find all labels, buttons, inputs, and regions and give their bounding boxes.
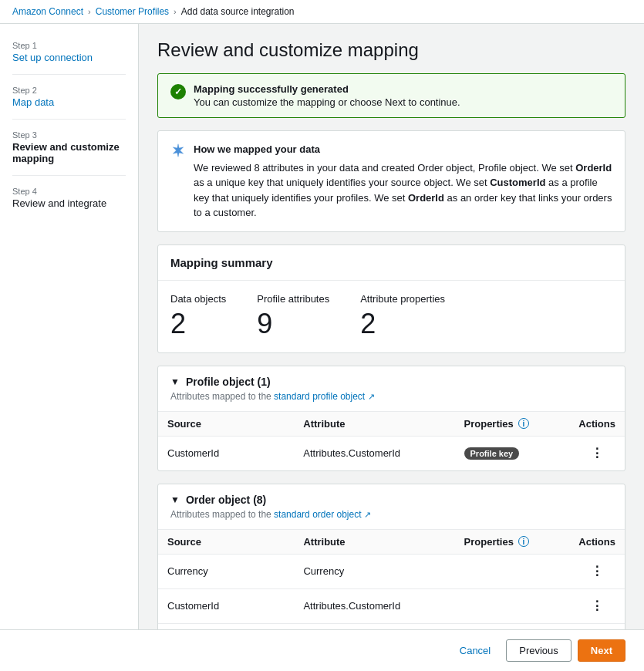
sidebar-divider-2: [12, 119, 126, 120]
summary-data-objects: Data objects 2: [170, 293, 226, 340]
sidebar-step-2-label: Step 2: [12, 86, 126, 95]
table-row: CustomerIdAttributes.CustomerId⋮: [158, 588, 625, 623]
profile-row-source: CustomerId: [158, 436, 294, 470]
order-th-actions: Actions: [569, 530, 625, 555]
profile-object-header: ▼ Profile object (1) Attributes mapped t…: [158, 366, 625, 412]
order-row-source-0: Currency: [158, 554, 294, 588]
profile-th-properties: Properties i: [455, 412, 570, 437]
external-link-icon-2: ↗: [364, 510, 371, 519]
main-content: Review and customize mapping Mapping suc…: [139, 24, 644, 671]
table-row: CustomerId Attributes.CustomerId Profile…: [158, 436, 625, 470]
alert-title: Mapping successfully generated: [194, 83, 460, 95]
alert-content: Mapping successfully generated You can c…: [194, 83, 460, 108]
mapping-summary-header: Mapping summary: [158, 245, 625, 281]
summary-profile-attributes: Profile attributes 9: [257, 293, 329, 340]
success-alert: Mapping successfully generated You can c…: [157, 73, 625, 118]
order-object-header: ▼ Order object (8) Attributes mapped to …: [158, 484, 625, 530]
sidebar: Step 1 Set up connection Step 2 Map data…: [0, 24, 139, 671]
sidebar-step-1: Step 1 Set up connection: [0, 36, 138, 68]
breadcrumb-sep2: ›: [174, 7, 177, 16]
order-object-subtitle: Attributes mapped to the standard order …: [170, 509, 612, 520]
profile-row-actions[interactable]: ⋮: [569, 436, 625, 470]
sidebar-divider-1: [12, 74, 126, 75]
order-row-attribute-0: Currency: [294, 554, 454, 588]
cancel-button[interactable]: Cancel: [450, 640, 500, 661]
breadcrumb-current: Add data source integration: [181, 6, 295, 17]
summary-profile-attributes-label: Profile attributes: [257, 293, 329, 305]
profile-chevron-icon: ▼: [170, 376, 180, 387]
breadcrumb-sep1: ›: [88, 7, 91, 16]
order-row-properties-0: [455, 554, 570, 588]
order-th-source: Source: [158, 530, 294, 555]
page-title: Review and customize mapping: [157, 39, 625, 61]
breadcrumb: Amazon Connect › Customer Profiles › Add…: [0, 0, 644, 24]
profile-properties-info-icon[interactable]: i: [518, 418, 529, 429]
profile-object-title-text: Profile object: [186, 376, 255, 388]
order-actions-menu-1[interactable]: ⋮: [588, 597, 606, 615]
info-box-title: How we mapped your data: [194, 142, 612, 157]
profile-th-attribute: Attribute: [294, 412, 454, 437]
order-th-properties: Properties i: [455, 530, 570, 555]
summary-profile-attributes-value: 9: [257, 308, 329, 340]
info-text: How we mapped your data We reviewed 8 at…: [194, 142, 612, 221]
profile-object-count: (1): [258, 376, 271, 388]
sidebar-step-3-active: Review and customize mapping: [12, 141, 120, 164]
profile-table-header-row: Source Attribute Properties i Actions: [158, 412, 625, 437]
mapping-summary-body: Data objects 2 Profile attributes 9 Attr…: [158, 281, 625, 352]
sidebar-step-4-text: Review and integrate: [12, 197, 106, 209]
info-box-body: We reviewed 8 attributes in your data an…: [194, 160, 612, 221]
order-row-attribute-1: Attributes.CustomerId: [294, 588, 454, 623]
table-row: CurrencyCurrency⋮: [158, 554, 625, 588]
profile-object-title: ▼ Profile object (1): [170, 376, 612, 388]
profile-row-properties: Profile key: [455, 436, 570, 470]
order-th-attribute: Attribute: [294, 530, 454, 555]
order-row-properties-1: [455, 588, 570, 623]
profile-key-badge: Profile key: [464, 447, 520, 460]
order-object-title-text: Order object: [186, 494, 250, 506]
sidebar-step-1-link[interactable]: Set up connection: [12, 52, 126, 63]
sidebar-step-1-label: Step 1: [12, 41, 126, 50]
profile-th-actions: Actions: [569, 412, 625, 437]
order-row-actions-0[interactable]: ⋮: [569, 554, 625, 588]
order-object-count: (8): [253, 494, 266, 506]
order-table-header-row: Source Attribute Properties i Actions: [158, 530, 625, 555]
profile-standard-link[interactable]: standard profile object: [274, 391, 365, 402]
profile-object-table: Source Attribute Properties i Actions: [158, 412, 625, 470]
sidebar-step-2-link[interactable]: Map data: [12, 96, 126, 108]
order-actions-menu-0[interactable]: ⋮: [588, 562, 606, 581]
sidebar-step-3-label: Step 3: [12, 130, 126, 140]
order-row-actions-1[interactable]: ⋮: [569, 588, 625, 623]
summary-attribute-properties-label: Attribute properties: [360, 293, 445, 305]
profile-row-attribute: Attributes.CustomerId: [294, 436, 454, 470]
order-chevron-icon: ▼: [170, 494, 180, 505]
profile-row-actions-menu[interactable]: ⋮: [588, 444, 606, 463]
order-standard-link[interactable]: standard order object: [274, 509, 361, 520]
order-properties-info-icon[interactable]: i: [518, 536, 529, 547]
order-row-source-1: CustomerId: [158, 588, 294, 623]
profile-object-subtitle: Attributes mapped to the standard profil…: [170, 391, 612, 402]
summary-attribute-properties-value: 2: [360, 308, 445, 340]
profile-object-section: ▼ Profile object (1) Attributes mapped t…: [157, 366, 625, 471]
next-button[interactable]: Next: [578, 639, 625, 662]
sidebar-step-2: Step 2 Map data: [0, 81, 138, 113]
footer: Cancel Previous Next: [0, 629, 644, 671]
breadcrumb-section-link[interactable]: Customer Profiles: [96, 6, 169, 17]
profile-subtitle-text: Attributes mapped to the: [170, 391, 271, 402]
summary-data-objects-label: Data objects: [170, 293, 226, 305]
summary-attribute-properties: Attribute properties 2: [360, 293, 445, 340]
breadcrumb-home-link[interactable]: Amazon Connect: [12, 6, 83, 17]
sidebar-step-3: Step 3 Review and customize mapping: [0, 126, 138, 169]
previous-button[interactable]: Previous: [506, 639, 572, 662]
info-spark-icon: [170, 143, 186, 158]
sidebar-step-4-label: Step 4: [12, 187, 126, 196]
external-link-icon-1: ↗: [368, 392, 375, 401]
alert-body: You can customize the mapping or choose …: [194, 96, 460, 108]
summary-data-objects-value: 2: [170, 308, 226, 340]
mapping-summary-card: Mapping summary Data objects 2 Profile a…: [157, 244, 625, 353]
order-subtitle-text: Attributes mapped to the: [170, 509, 271, 520]
success-icon: [170, 84, 186, 99]
info-box: How we mapped your data We reviewed 8 at…: [157, 130, 625, 232]
sidebar-step-4: Step 4 Review and integrate: [0, 182, 138, 214]
order-object-title: ▼ Order object (8): [170, 494, 612, 506]
sidebar-divider-3: [12, 175, 126, 176]
